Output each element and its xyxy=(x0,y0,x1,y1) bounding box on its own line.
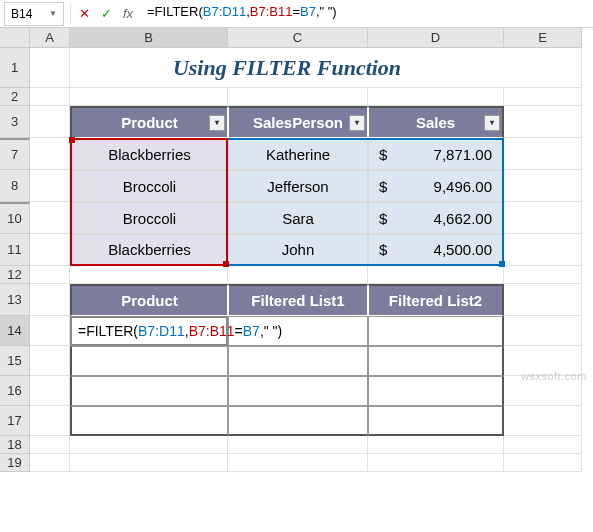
table-row[interactable]: Katherine xyxy=(228,138,368,170)
cell-E17[interactable] xyxy=(504,406,582,436)
cell-E11[interactable] xyxy=(504,234,582,266)
row-header-8[interactable]: 8 xyxy=(0,170,30,202)
filter-dropdown-icon[interactable]: ▾ xyxy=(209,115,225,131)
cell-A2[interactable] xyxy=(30,88,70,106)
cell-A3[interactable] xyxy=(30,106,70,138)
table2-header-filtered1[interactable]: Filtered List1 xyxy=(228,284,368,316)
formula-input[interactable]: =FILTER(B7:D11,B7:B11=B7," ") xyxy=(139,2,593,26)
table-row[interactable]: Jefferson xyxy=(228,170,368,202)
cell-C2[interactable] xyxy=(228,88,368,106)
col-header-C[interactable]: C xyxy=(228,28,368,48)
cell-E13[interactable] xyxy=(504,284,582,316)
cell-B19[interactable] xyxy=(70,454,228,472)
col-header-B[interactable]: B xyxy=(70,28,228,48)
cell-A1[interactable] xyxy=(30,48,70,88)
table2-header-filtered2[interactable]: Filtered List2 xyxy=(368,284,504,316)
cell-E2[interactable] xyxy=(504,88,582,106)
cell-E1[interactable] xyxy=(504,48,582,88)
table-row[interactable]: Broccoli xyxy=(70,202,228,234)
table-row[interactable]: John xyxy=(228,234,368,266)
cell-E12[interactable] xyxy=(504,266,582,284)
cell-B15[interactable] xyxy=(70,346,228,376)
cell-E8[interactable] xyxy=(504,170,582,202)
cell-D14[interactable] xyxy=(368,316,504,346)
row-header-18[interactable]: 18 xyxy=(0,436,30,454)
table-row[interactable]: Sara xyxy=(228,202,368,234)
col-header-E[interactable]: E xyxy=(504,28,582,48)
row-header-3[interactable]: 3 xyxy=(0,106,30,138)
cell-B2[interactable] xyxy=(70,88,228,106)
row-header-14[interactable]: 14 xyxy=(0,316,30,346)
cell-E18[interactable] xyxy=(504,436,582,454)
cell-D12[interactable] xyxy=(368,266,504,284)
cell-D18[interactable] xyxy=(368,436,504,454)
row-header-7[interactable]: 7 xyxy=(0,138,30,170)
cell-A17[interactable] xyxy=(30,406,70,436)
row-header-16[interactable]: 16 xyxy=(0,376,30,406)
table-row[interactable]: $4,662.00 xyxy=(368,202,504,234)
fx-button[interactable]: fx xyxy=(117,3,139,25)
cell-C19[interactable] xyxy=(228,454,368,472)
cell-A10[interactable] xyxy=(30,202,70,234)
cell-E3[interactable] xyxy=(504,106,582,138)
row-header-11[interactable]: 11 xyxy=(0,234,30,266)
formula-confirm-button[interactable]: ✓ xyxy=(95,3,117,25)
cell-E19[interactable] xyxy=(504,454,582,472)
table-row[interactable]: Blackberries xyxy=(70,234,228,266)
table2-header-product[interactable]: Product xyxy=(70,284,228,316)
cell-B16[interactable] xyxy=(70,376,228,406)
cell-A8[interactable] xyxy=(30,170,70,202)
row-header-15[interactable]: 15 xyxy=(0,346,30,376)
name-box-dropdown-icon[interactable]: ▼ xyxy=(49,9,57,18)
cell-B12[interactable] xyxy=(70,266,228,284)
row-header-2[interactable]: 2 xyxy=(0,88,30,106)
filter-dropdown-icon[interactable]: ▾ xyxy=(484,115,500,131)
cell-A14[interactable] xyxy=(30,316,70,346)
name-box[interactable]: B14 ▼ xyxy=(4,2,64,26)
table-row[interactable]: $7,871.00 xyxy=(368,138,504,170)
cell-A19[interactable] xyxy=(30,454,70,472)
cell-C16[interactable] xyxy=(228,376,368,406)
cell-D19[interactable] xyxy=(368,454,504,472)
table-row[interactable]: Blackberries xyxy=(70,138,228,170)
table1-header-salesperson[interactable]: SalesPerson ▾ xyxy=(228,106,368,138)
select-all-corner[interactable] xyxy=(0,28,30,48)
cell-B18[interactable] xyxy=(70,436,228,454)
cell-E14[interactable] xyxy=(504,316,582,346)
row-header-1[interactable]: 1 xyxy=(0,48,30,88)
cell-A11[interactable] xyxy=(30,234,70,266)
row-header-19[interactable]: 19 xyxy=(0,454,30,472)
row-header-17[interactable]: 17 xyxy=(0,406,30,436)
table1-header-sales[interactable]: Sales ▾ xyxy=(368,106,504,138)
cell-D17[interactable] xyxy=(368,406,504,436)
table-row[interactable]: $4,500.00 xyxy=(368,234,504,266)
cell-D16[interactable] xyxy=(368,376,504,406)
row-header-10[interactable]: 10 xyxy=(0,202,30,234)
cell-C17[interactable] xyxy=(228,406,368,436)
row-header-12[interactable]: 12 xyxy=(0,266,30,284)
row-header-13[interactable]: 13 xyxy=(0,284,30,316)
table-row[interactable]: $9,496.00 xyxy=(368,170,504,202)
filter-dropdown-icon[interactable]: ▾ xyxy=(349,115,365,131)
cell-C18[interactable] xyxy=(228,436,368,454)
cell-A7[interactable] xyxy=(30,138,70,170)
cell-A12[interactable] xyxy=(30,266,70,284)
title-cell[interactable]: Using FILTER Function xyxy=(70,48,504,88)
cell-D15[interactable] xyxy=(368,346,504,376)
cell-E7[interactable] xyxy=(504,138,582,170)
cell-A15[interactable] xyxy=(30,346,70,376)
table1-header-product[interactable]: Product ▾ xyxy=(70,106,228,138)
cell-C15[interactable] xyxy=(228,346,368,376)
cell-E10[interactable] xyxy=(504,202,582,234)
cell-D2[interactable] xyxy=(368,88,504,106)
cell-A16[interactable] xyxy=(30,376,70,406)
cell-B17[interactable] xyxy=(70,406,228,436)
cell-A13[interactable] xyxy=(30,284,70,316)
formula-cancel-button[interactable]: ✕ xyxy=(73,3,95,25)
table-row[interactable]: Broccoli xyxy=(70,170,228,202)
cell-A18[interactable] xyxy=(30,436,70,454)
col-header-A[interactable]: A xyxy=(30,28,70,48)
cell-C12[interactable] xyxy=(228,266,368,284)
col-header-D[interactable]: D xyxy=(368,28,504,48)
active-cell-editing[interactable]: =FILTER(B7:D11,B7:B11=B7," ") xyxy=(70,316,228,346)
